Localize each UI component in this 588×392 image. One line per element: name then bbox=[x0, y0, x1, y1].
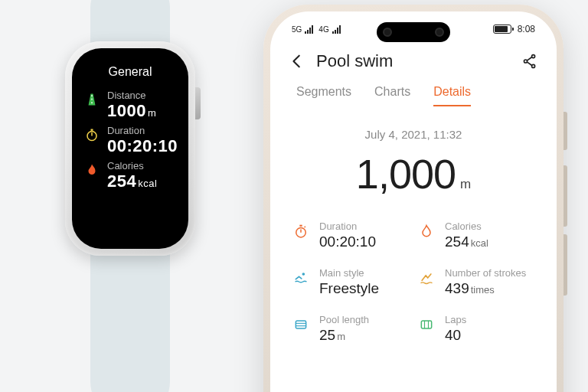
metric-label: Duration bbox=[107, 126, 178, 137]
stat-label: Calories bbox=[445, 220, 488, 234]
signal-icon bbox=[305, 25, 315, 34]
stat-label: Duration bbox=[319, 220, 376, 234]
hero-value: 1,000 bbox=[356, 151, 456, 197]
network-label: 5G bbox=[292, 25, 302, 34]
svg-rect-19 bbox=[421, 321, 431, 328]
strokes-icon bbox=[417, 267, 436, 286]
svg-point-15 bbox=[302, 273, 305, 276]
flame-icon bbox=[417, 220, 436, 239]
tab-bar: Segments Charts Details bbox=[270, 77, 557, 106]
stat-value: 25m bbox=[319, 327, 369, 344]
stat-label: Number of strokes bbox=[445, 267, 526, 280]
stopwatch-icon bbox=[84, 126, 100, 142]
stat-label: Pool length bbox=[319, 314, 369, 327]
tab-details[interactable]: Details bbox=[433, 85, 471, 106]
phone-volume-down[interactable] bbox=[564, 234, 567, 296]
tab-charts[interactable]: Charts bbox=[374, 85, 410, 106]
stats-grid: Duration00:20:10 Calories254kcal Main st… bbox=[270, 198, 557, 344]
watch-metric-distance: Distance 1000m bbox=[84, 90, 176, 120]
watch-metric-duration: Duration 00:20:10 bbox=[84, 126, 176, 155]
stopwatch-icon bbox=[292, 220, 310, 239]
stat-label: Main style bbox=[319, 267, 379, 280]
camera-cutout bbox=[377, 22, 450, 42]
metric-value: 1000m bbox=[107, 102, 156, 121]
watch-case: General Distance 1000m Duration 00:20:10 bbox=[65, 41, 195, 256]
svg-line-10 bbox=[527, 62, 531, 66]
laps-icon bbox=[417, 314, 436, 332]
svg-line-9 bbox=[527, 57, 531, 61]
smartwatch: General Distance 1000m Duration 00:20:10 bbox=[54, 23, 207, 256]
clock: 8:08 bbox=[518, 24, 535, 34]
stat-main-style: Main styleFreestyle bbox=[292, 267, 410, 297]
stat-laps: Laps40 bbox=[417, 314, 535, 344]
watch-metric-calories: Calories 254kcal bbox=[84, 161, 176, 191]
stat-duration: Duration00:20:10 bbox=[292, 220, 410, 250]
swimmer-icon bbox=[292, 267, 310, 286]
svg-line-14 bbox=[305, 227, 305, 227]
page-title: Pool swim bbox=[316, 51, 393, 71]
hero-unit: m bbox=[460, 177, 471, 191]
signal-icon bbox=[332, 25, 343, 34]
back-button[interactable] bbox=[289, 53, 305, 70]
phone-volume-up[interactable] bbox=[564, 165, 567, 227]
smartphone: 5G 4G 8:08 Pool swim Segments bbox=[263, 5, 564, 392]
phone-side-button[interactable] bbox=[564, 112, 567, 150]
battery-icon bbox=[493, 24, 511, 34]
stat-pool-length: Pool length25m bbox=[292, 314, 410, 344]
svg-point-8 bbox=[532, 64, 535, 67]
svg-rect-12 bbox=[299, 225, 302, 227]
share-button[interactable] bbox=[521, 53, 538, 70]
svg-rect-0 bbox=[91, 95, 92, 96]
stat-label: Laps bbox=[445, 314, 466, 327]
watch-screen[interactable]: General Distance 1000m Duration 00:20:10 bbox=[72, 48, 188, 249]
stat-value: 00:20:10 bbox=[319, 234, 376, 250]
svg-point-6 bbox=[524, 60, 527, 63]
stat-value: Freestyle bbox=[319, 280, 379, 297]
stat-strokes: Number of strokes439times bbox=[417, 267, 535, 297]
pool-icon bbox=[292, 314, 310, 332]
metric-value: 00:20:10 bbox=[107, 137, 178, 156]
watch-screen-title: General bbox=[84, 65, 176, 79]
flame-icon bbox=[84, 161, 100, 177]
hero-metric: 1,000m bbox=[270, 150, 557, 198]
stat-value: 40 bbox=[445, 327, 466, 344]
metric-value: 254kcal bbox=[107, 172, 157, 191]
workout-datetime: July 4, 2021, 11:32 bbox=[270, 128, 557, 141]
svg-rect-16 bbox=[296, 321, 305, 328]
network-label: 4G bbox=[318, 25, 328, 34]
svg-rect-4 bbox=[91, 129, 93, 131]
front-camera-icon bbox=[435, 28, 444, 37]
metric-label: Calories bbox=[107, 161, 157, 172]
stat-value: 439times bbox=[445, 280, 526, 297]
metric-label: Distance bbox=[107, 90, 156, 102]
phone-screen: 5G 4G 8:08 Pool swim Segments bbox=[270, 11, 557, 392]
front-camera-icon bbox=[383, 28, 392, 37]
stat-value: 254kcal bbox=[445, 234, 488, 250]
svg-rect-1 bbox=[91, 99, 92, 100]
watch-crown[interactable] bbox=[195, 87, 201, 119]
svg-point-7 bbox=[532, 55, 535, 58]
stat-calories: Calories254kcal bbox=[417, 220, 535, 250]
road-icon bbox=[84, 90, 100, 106]
tab-segments[interactable]: Segments bbox=[296, 85, 351, 106]
svg-rect-2 bbox=[91, 102, 92, 103]
